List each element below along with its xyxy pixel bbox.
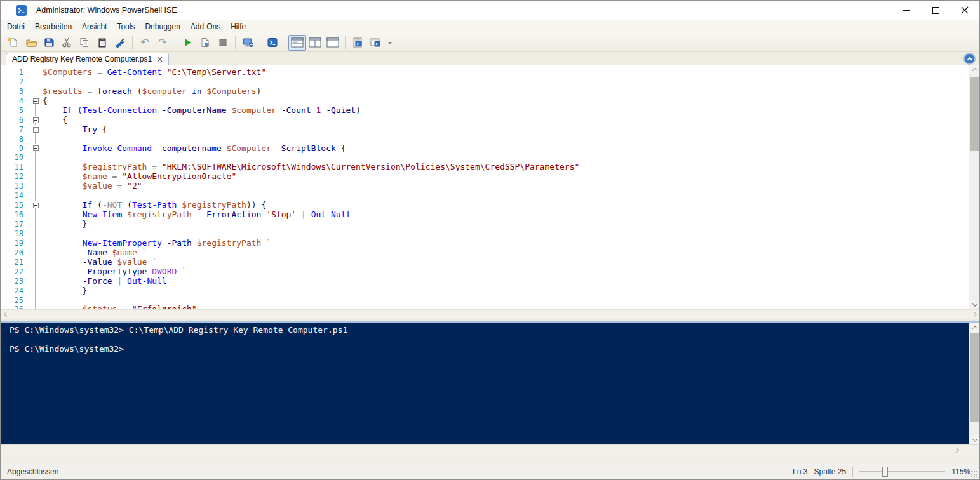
- fold-collapse-icon[interactable]: [29, 201, 43, 210]
- show-script-pane-right-button[interactable]: [306, 35, 324, 51]
- code-line[interactable]: 5 If (Test-Connection -ComputerName $com…: [1, 106, 979, 116]
- code-line[interactable]: 22 -PropertyType DWORD `: [1, 267, 979, 277]
- toolbar-overflow-button[interactable]: [386, 35, 394, 51]
- code-line[interactable]: 3$results = foreach ($computer in $Compu…: [1, 87, 979, 97]
- code-line[interactable]: 15 If (-NOT (Test-Path $registryPath)) {: [1, 201, 979, 210]
- show-script-pane-top-icon: [291, 37, 304, 48]
- code-line[interactable]: 14: [1, 191, 979, 201]
- code-text: $registryPath = "HKLM:\SOFTWARE\Microsof…: [43, 163, 979, 172]
- maximize-button[interactable]: [921, 1, 950, 20]
- code-line[interactable]: 18: [1, 229, 979, 239]
- tab-close-button[interactable]: [157, 57, 163, 62]
- code-line[interactable]: 21 -Value $value `: [1, 258, 979, 267]
- scroll-up-icon[interactable]: [969, 65, 980, 74]
- scroll-down-icon[interactable]: [969, 300, 980, 309]
- code-line[interactable]: 24 }: [1, 286, 979, 296]
- fold-guide-line: [29, 286, 43, 296]
- code-line[interactable]: 1$Computers = Get-Content "C:\Temp\Serve…: [1, 68, 979, 77]
- cut-button[interactable]: [58, 35, 76, 51]
- console-horizontal-scrollbar[interactable]: [1, 444, 979, 455]
- undo-button[interactable]: ↶: [136, 35, 154, 51]
- run-selection-button[interactable]: [196, 35, 214, 51]
- code-line[interactable]: 2: [1, 77, 979, 87]
- close-button[interactable]: [950, 1, 979, 20]
- code-line[interactable]: 12 $name = "AllowEncryptionOracle": [1, 172, 979, 182]
- menu-item-debuggen[interactable]: Debuggen: [140, 20, 185, 33]
- scroll-right-icon[interactable]: [970, 310, 979, 319]
- scroll-down-icon[interactable]: [969, 435, 980, 444]
- code-line[interactable]: 25: [1, 296, 979, 305]
- menu-item-addons[interactable]: Add-Ons: [185, 20, 225, 33]
- toolbar-separator: [260, 36, 260, 49]
- code-line[interactable]: 20 -Name $name `: [1, 248, 979, 258]
- stop-operation-button[interactable]: [214, 35, 232, 51]
- console-vertical-scrollbar[interactable]: [969, 323, 979, 444]
- script-editor-pane[interactable]: 1$Computers = Get-Content "C:\Temp\Serve…: [1, 65, 979, 309]
- copy-button[interactable]: [76, 35, 93, 51]
- code-line[interactable]: 23 -Force | Out-Null: [1, 277, 979, 286]
- code-text: -Name $name `: [43, 248, 979, 258]
- show-script-pane-maximized-button[interactable]: [324, 35, 342, 51]
- paste-button[interactable]: [93, 35, 111, 51]
- toolbar-separator: [345, 36, 346, 49]
- fold-collapse-icon[interactable]: [29, 97, 43, 106]
- run-script-button[interactable]: [178, 35, 196, 51]
- menu-item-bearbeiten[interactable]: Bearbeiten: [30, 20, 77, 33]
- code-line[interactable]: 7 Try {: [1, 125, 979, 135]
- code-text: [43, 191, 979, 201]
- console-pane[interactable]: PS C:\Windows\system32> C:\Temp\ADD Regi…: [1, 323, 969, 444]
- code-line[interactable]: 11 $registryPath = "HKLM:\SOFTWARE\Micro…: [1, 163, 979, 172]
- menu-item-hilfe[interactable]: Hilfe: [225, 20, 251, 33]
- new-script-button[interactable]: [4, 35, 22, 51]
- toolbar: ↶ ↷: [1, 34, 979, 52]
- menu-item-tools[interactable]: Tools: [112, 20, 140, 33]
- code-line[interactable]: 16 New-Item $registryPath -ErrorAction '…: [1, 210, 979, 220]
- scroll-right-icon[interactable]: [952, 445, 962, 455]
- scroll-up-icon[interactable]: [969, 323, 980, 332]
- powershell-tab-button-1[interactable]: [349, 35, 366, 51]
- console-line: PS C:\Windows\system32>: [10, 344, 969, 354]
- resize-grip-icon[interactable]: [970, 470, 978, 478]
- powershell-tab-button-2[interactable]: [366, 35, 384, 51]
- code-text: Try {: [43, 125, 979, 135]
- code-line[interactable]: 19 New-ItemProperty -Path $registryPath …: [1, 239, 979, 248]
- tab-close-icon: [157, 57, 163, 62]
- zoom-slider-thumb[interactable]: [882, 467, 888, 477]
- code-line[interactable]: 4{: [1, 97, 979, 106]
- tab-bar: ADD Registry Key Remote Computer.ps1: [1, 52, 979, 65]
- console-scrollbar-thumb[interactable]: [970, 333, 979, 422]
- code-line[interactable]: 10: [1, 153, 979, 163]
- line-number: 13: [1, 182, 29, 191]
- minimize-icon: [903, 10, 910, 11]
- start-powershell-icon: [267, 37, 278, 48]
- line-number: 2: [1, 77, 29, 87]
- editor-horizontal-scrollbar[interactable]: [1, 309, 979, 319]
- fold-collapse-icon[interactable]: [29, 116, 43, 125]
- clear-console-pane-button[interactable]: [111, 35, 129, 51]
- editor-scrollbar-thumb[interactable]: [970, 77, 979, 151]
- start-powershell-button[interactable]: [264, 35, 281, 51]
- statusbar-separator: [852, 467, 853, 477]
- new-remote-powershell-tab-button[interactable]: [239, 35, 257, 51]
- collapse-script-pane-button[interactable]: [963, 53, 976, 65]
- menu-item-ansicht[interactable]: Ansicht: [77, 20, 112, 33]
- script-tab[interactable]: ADD Registry Key Remote Computer.ps1: [6, 53, 169, 65]
- code-line[interactable]: 13 $value = "2": [1, 182, 979, 191]
- code-text: [43, 153, 979, 163]
- scroll-left-icon[interactable]: [1, 310, 10, 319]
- code-line[interactable]: 8: [1, 135, 979, 144]
- minimize-button[interactable]: [892, 1, 921, 20]
- line-number: 19: [1, 239, 29, 248]
- menu-item-datei[interactable]: Datei: [2, 20, 30, 33]
- save-button[interactable]: [40, 35, 58, 51]
- editor-vertical-scrollbar[interactable]: [969, 65, 979, 309]
- code-line[interactable]: 17 }: [1, 220, 979, 229]
- redo-button[interactable]: ↷: [154, 35, 171, 51]
- code-line[interactable]: 6 {: [1, 116, 979, 125]
- fold-collapse-icon[interactable]: [29, 144, 43, 154]
- zoom-slider[interactable]: [859, 466, 945, 477]
- fold-collapse-icon[interactable]: [29, 125, 43, 135]
- open-script-button[interactable]: [22, 35, 40, 51]
- show-script-pane-top-button[interactable]: [288, 35, 306, 51]
- code-line[interactable]: 9 Invoke-Command -computername $Computer…: [1, 144, 979, 154]
